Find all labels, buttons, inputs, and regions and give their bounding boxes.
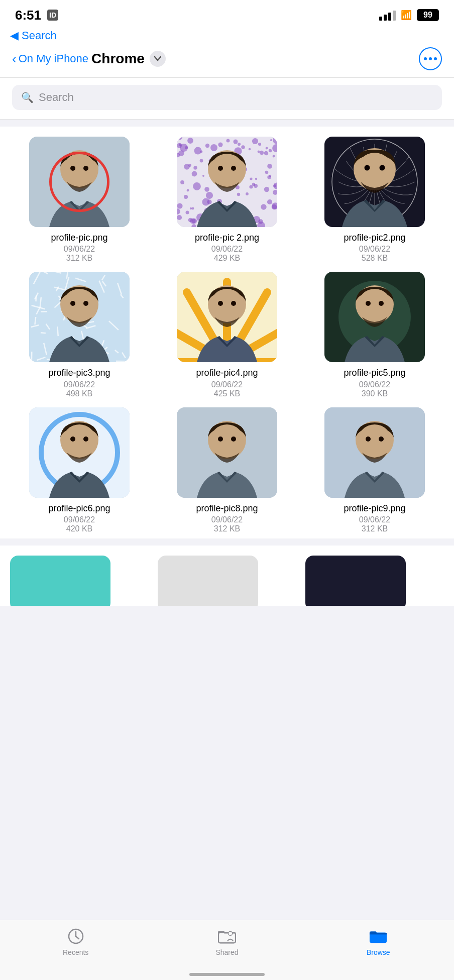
svg-point-76	[250, 177, 252, 180]
svg-point-32	[187, 189, 189, 192]
browse-icon	[369, 927, 387, 945]
svg-point-87	[234, 140, 238, 144]
svg-point-114	[365, 165, 370, 171]
tab-recents[interactable]: Recents	[0, 927, 151, 956]
title-dropdown-button[interactable]	[150, 51, 166, 67]
svg-point-220	[379, 437, 384, 442]
svg-point-180	[70, 301, 75, 306]
svg-point-48	[272, 204, 277, 210]
search-bar[interactable]: 🔍 Search	[12, 85, 442, 110]
more-options-button[interactable]	[419, 47, 442, 70]
svg-point-40	[186, 211, 189, 214]
file-item[interactable]: profile-pic2.png09/06/22528 KB	[305, 137, 444, 263]
file-item[interactable]: profile-pic5.png09/06/22390 KB	[305, 272, 444, 398]
svg-rect-119	[31, 352, 33, 362]
tab-shared[interactable]: Shared	[151, 927, 302, 956]
svg-point-4	[83, 166, 88, 171]
svg-point-115	[380, 165, 385, 171]
browse-label: Browse	[367, 948, 390, 956]
svg-point-74	[266, 147, 268, 150]
nav-back-row: ◀ Search	[0, 27, 454, 44]
svg-point-209	[70, 437, 75, 442]
file-size: 312 KB	[214, 524, 240, 533]
file-thumbnail	[324, 407, 425, 498]
back-button[interactable]: ‹ On My iPhone	[12, 51, 88, 67]
svg-point-22	[184, 195, 188, 199]
back-search-label[interactable]: ◀ Search	[10, 29, 57, 42]
svg-point-37	[264, 151, 268, 155]
file-size: 498 KB	[66, 389, 92, 398]
svg-point-71	[258, 143, 261, 146]
shared-icon	[218, 927, 236, 945]
file-date: 09/06/22	[359, 245, 390, 254]
svg-point-98	[265, 171, 269, 174]
recents-icon	[67, 927, 85, 945]
svg-point-215	[231, 437, 236, 442]
svg-point-86	[177, 203, 182, 208]
file-item[interactable]: profile-pic.png09/06/22312 KB	[10, 137, 149, 263]
bottom-partial-section	[0, 546, 454, 606]
recents-label: Recents	[63, 948, 88, 956]
file-name: profile-pic4.png	[196, 367, 258, 379]
svg-point-53	[206, 192, 213, 199]
file-name: profile-pic 2.png	[195, 232, 259, 244]
file-item[interactable]: profile-pic6.png09/06/22420 KB	[10, 407, 149, 533]
tab-browse[interactable]: Browse	[303, 927, 454, 956]
file-thumbnail	[177, 137, 277, 227]
svg-point-75	[200, 151, 203, 153]
svg-point-90	[192, 171, 197, 177]
svg-point-109	[231, 166, 236, 171]
partial-thumbnail	[158, 556, 258, 606]
svg-point-84	[193, 182, 201, 190]
svg-point-204	[379, 301, 384, 306]
svg-point-72	[190, 207, 192, 209]
search-icon: 🔍	[21, 91, 34, 103]
page-title: Chrome	[91, 51, 145, 67]
svg-rect-224	[218, 932, 236, 943]
file-name: profile-pic5.png	[344, 367, 405, 379]
file-size: 429 KB	[214, 254, 240, 263]
header: ‹ On My iPhone Chrome	[0, 44, 454, 78]
file-name: profile-pic2.png	[344, 232, 405, 244]
file-name: profile-pic9.png	[344, 503, 405, 514]
file-size: 528 KB	[362, 254, 388, 263]
file-date: 09/06/22	[211, 515, 243, 524]
file-item[interactable]: profile-pic3.png09/06/22498 KB	[10, 272, 149, 398]
file-item[interactable]: profile-pic9.png09/06/22312 KB	[305, 407, 444, 533]
svg-point-49	[194, 147, 202, 155]
svg-point-102	[273, 155, 275, 158]
svg-point-101	[255, 178, 257, 180]
svg-point-100	[180, 144, 188, 152]
svg-point-60	[237, 193, 240, 196]
svg-point-38	[184, 164, 190, 170]
svg-point-70	[269, 149, 272, 152]
file-size: 420 KB	[66, 524, 92, 533]
wifi-icon: 📶	[401, 10, 412, 21]
file-date: 09/06/22	[64, 245, 95, 254]
file-thumbnail	[29, 407, 130, 498]
tab-bar: Recents Shared Browse	[0, 920, 454, 980]
file-size: 312 KB	[66, 254, 92, 263]
svg-point-24	[249, 148, 251, 151]
search-placeholder: Search	[39, 91, 74, 104]
file-date: 09/06/22	[359, 380, 390, 389]
svg-point-99	[177, 215, 182, 220]
svg-point-15	[267, 164, 272, 169]
svg-point-108	[218, 166, 223, 171]
svg-point-219	[366, 437, 371, 442]
svg-point-69	[246, 192, 249, 195]
svg-point-30	[204, 187, 209, 192]
file-item[interactable]: profile-pic 2.png09/06/22429 KB	[158, 137, 296, 263]
partial-thumbnail	[10, 556, 110, 606]
svg-point-10	[193, 166, 197, 169]
svg-point-73	[207, 199, 211, 204]
svg-point-214	[218, 437, 223, 442]
svg-point-6	[205, 144, 209, 148]
header-left: ‹ On My iPhone Chrome	[12, 51, 166, 67]
file-date: 09/06/22	[64, 515, 95, 524]
file-item[interactable]: profile-pic4.png09/06/22425 KB	[158, 272, 296, 398]
svg-point-44	[192, 207, 194, 210]
svg-point-54	[226, 139, 230, 143]
partial-grid	[10, 556, 444, 606]
file-item[interactable]: profile-pic8.png09/06/22312 KB	[158, 407, 296, 533]
